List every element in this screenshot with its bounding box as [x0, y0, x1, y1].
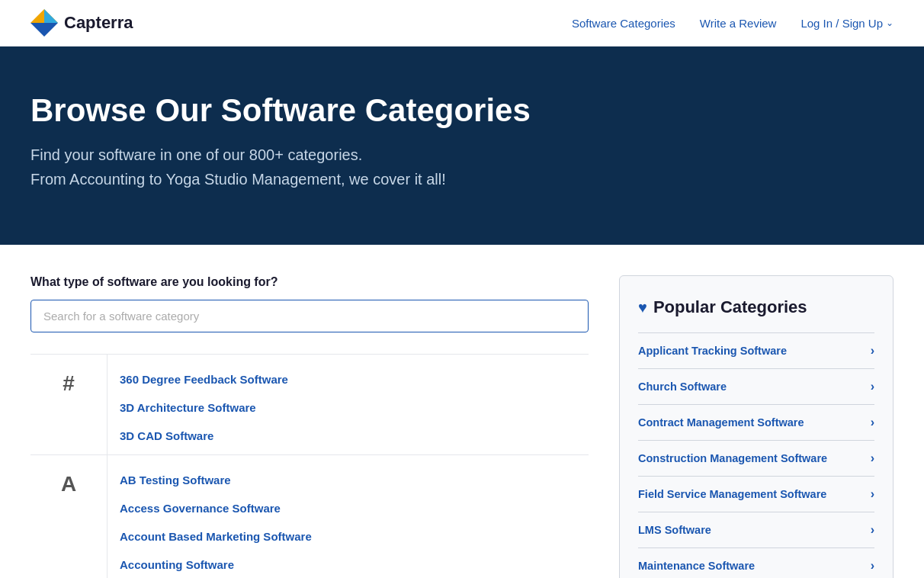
category-section: #360 Degree Feedback Software3D Architec…	[30, 355, 589, 455]
nav-software-categories[interactable]: Software Categories	[572, 17, 675, 30]
chevron-right-icon: ›	[871, 344, 874, 358]
nav-write-review[interactable]: Write a Review	[700, 17, 777, 30]
category-item[interactable]: Accounting Software	[107, 551, 589, 578]
hero-title: Browse Our Software Categories	[30, 92, 894, 129]
category-item[interactable]: 360 Degree Feedback Software	[107, 365, 589, 393]
category-items-col: AB Testing SoftwareAccess Governance Sof…	[107, 455, 589, 578]
logo-text: Capterra	[64, 13, 133, 33]
category-table: #360 Degree Feedback Software3D Architec…	[30, 354, 589, 578]
chevron-down-icon: ⌄	[886, 18, 894, 28]
search-label: What type of software are you looking fo…	[30, 275, 589, 289]
popular-item-label: LMS Software	[638, 524, 711, 536]
chevron-right-icon: ›	[871, 451, 874, 465]
chevron-right-icon: ›	[871, 559, 874, 573]
hero-section: Browse Our Software Categories Find your…	[0, 47, 924, 245]
search-input[interactable]	[30, 300, 589, 332]
category-items-col: 360 Degree Feedback Software3D Architect…	[107, 355, 589, 454]
popular-box: ♥ Popular Categories Applicant Tracking …	[619, 275, 894, 578]
category-item[interactable]: 3D CAD Software	[107, 422, 589, 450]
category-letter-col: A	[30, 455, 107, 578]
chevron-right-icon: ›	[871, 487, 874, 501]
popular-list-item[interactable]: Field Service Management Software›	[638, 476, 874, 512]
category-section: AAB Testing SoftwareAccess Governance So…	[30, 455, 589, 578]
svg-marker-1	[30, 23, 44, 37]
popular-item-label: Maintenance Software	[638, 560, 755, 572]
category-letter-col: #	[30, 355, 107, 454]
hero-subtitle-line1: Find your software in one of our 800+ ca…	[30, 146, 362, 163]
popular-item-label: Field Service Management Software	[638, 488, 826, 500]
popular-item-label: Construction Management Software	[638, 452, 827, 464]
category-letter: A	[61, 472, 76, 496]
category-item[interactable]: 3D Architecture Software	[107, 393, 589, 422]
left-column: What type of software are you looking fo…	[30, 275, 589, 578]
right-column: ♥ Popular Categories Applicant Tracking …	[619, 275, 894, 578]
heart-icon: ♥	[638, 299, 647, 316]
logo-icon	[30, 9, 58, 37]
popular-item-label: Contract Management Software	[638, 416, 804, 429]
popular-title-text: Popular Categories	[653, 297, 807, 317]
hero-subtitle: Find your software in one of our 800+ ca…	[30, 143, 894, 191]
chevron-right-icon: ›	[871, 416, 874, 429]
nav-links: Software Categories Write a Review Log I…	[572, 17, 894, 30]
svg-marker-3	[44, 23, 58, 37]
chevron-right-icon: ›	[871, 523, 874, 537]
chevron-right-icon: ›	[871, 380, 874, 393]
navbar: Capterra Software Categories Write a Rev…	[0, 0, 924, 47]
hero-subtitle-line2: From Accounting to Yoga Studio Managemen…	[30, 171, 446, 188]
category-item[interactable]: AB Testing Software	[107, 466, 589, 494]
popular-list-item[interactable]: Construction Management Software›	[638, 440, 874, 476]
logo-link[interactable]: Capterra	[30, 9, 133, 37]
popular-list-item[interactable]: LMS Software›	[638, 512, 874, 547]
category-item[interactable]: Account Based Marketing Software	[107, 522, 589, 551]
category-item[interactable]: Access Governance Software	[107, 494, 589, 522]
nav-login-signup[interactable]: Log In / Sign Up ⌄	[800, 17, 894, 30]
popular-list-item[interactable]: Applicant Tracking Software›	[638, 332, 874, 368]
svg-marker-2	[44, 9, 58, 23]
popular-item-label: Church Software	[638, 381, 727, 393]
category-letter: #	[63, 371, 75, 396]
popular-list-item[interactable]: Church Software›	[638, 368, 874, 404]
popular-title: ♥ Popular Categories	[638, 297, 874, 317]
popular-list-item[interactable]: Contract Management Software›	[638, 404, 874, 440]
main-content: What type of software are you looking fo…	[0, 245, 924, 578]
popular-list: Applicant Tracking Software›Church Softw…	[638, 332, 874, 578]
popular-item-label: Applicant Tracking Software	[638, 345, 787, 357]
popular-list-item[interactable]: Maintenance Software›	[638, 547, 874, 578]
